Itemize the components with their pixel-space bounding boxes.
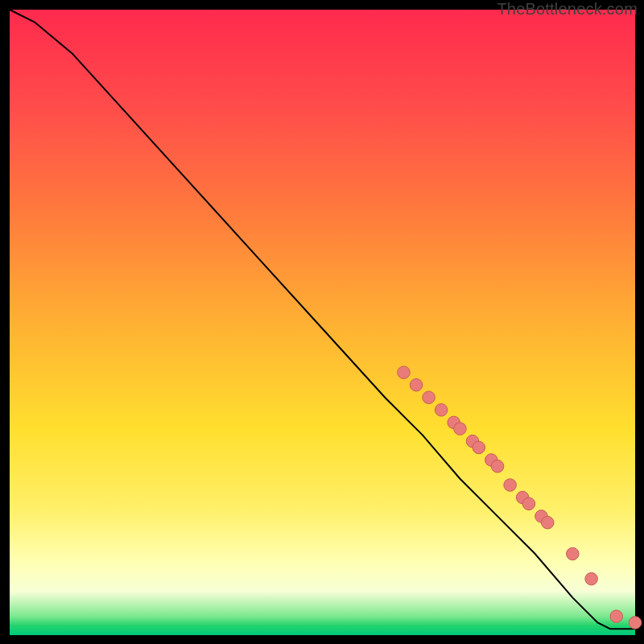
marker-dot: [504, 479, 517, 492]
attribution-label: TheBottleneck.com: [497, 0, 638, 19]
marker-dot: [522, 497, 535, 510]
marker-dot: [491, 460, 504, 473]
plot-area: [10, 10, 635, 635]
marker-dot: [541, 516, 554, 529]
marker-dot: [423, 391, 436, 404]
marker-dot: [567, 547, 580, 560]
marker-dot: [585, 572, 598, 585]
marker-dot: [629, 617, 642, 630]
marker-dot: [610, 610, 623, 623]
bottleneck-curve: [10, 10, 635, 629]
marker-dot: [454, 423, 467, 436]
marker-dot: [410, 378, 423, 391]
chart-stage: TheBottleneck.com: [0, 0, 644, 644]
marker-dot: [435, 404, 448, 417]
marker-dot: [473, 441, 485, 454]
marker-group: [398, 366, 642, 629]
marker-dot: [398, 366, 411, 379]
plot-svg: [10, 10, 635, 635]
